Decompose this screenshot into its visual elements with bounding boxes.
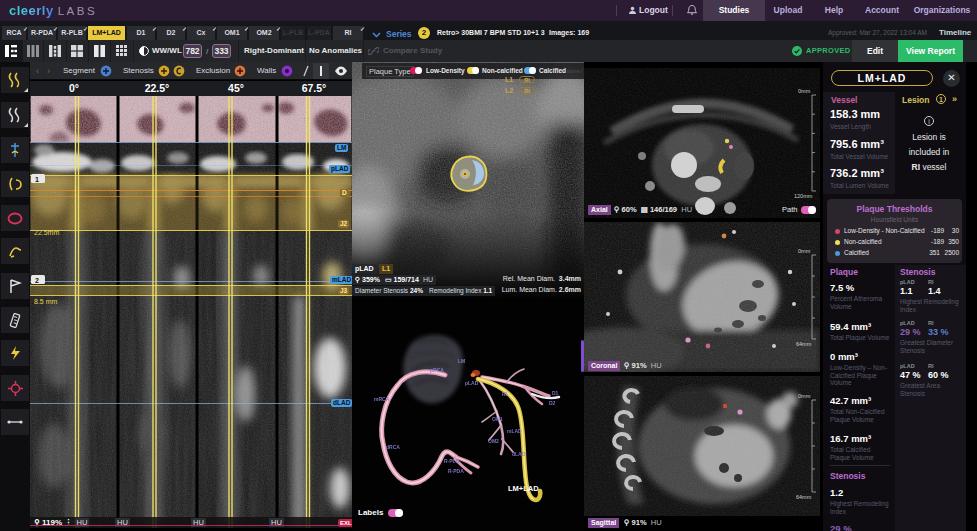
svg-text:OM1: OM1 [492, 416, 503, 422]
svg-text:LM: LM [458, 358, 465, 364]
svg-text:64mm: 64mm [796, 494, 812, 500]
svg-text:dRCA: dRCA [386, 444, 400, 450]
svg-text:pLAD: pLAD [465, 380, 479, 386]
svg-text:mRCA: mRCA [374, 396, 390, 402]
svg-text:mLAD: mLAD [507, 428, 522, 434]
svg-text:8.5 mm: 8.5 mm [34, 298, 58, 305]
svg-text:0mm: 0mm [798, 393, 811, 399]
svg-text:0mm: 0mm [798, 88, 811, 94]
svg-text:120mm: 120mm [794, 193, 813, 199]
svg-text:LM+LAD: LM+LAD [508, 484, 539, 493]
svg-text:OM2: OM2 [488, 438, 499, 444]
svg-text:D1: D1 [552, 390, 559, 396]
svg-text:RI: RI [502, 391, 508, 397]
svg-text:R-PDA: R-PDA [448, 468, 464, 474]
svg-text:64mm: 64mm [796, 341, 812, 347]
svg-text:2: 2 [35, 277, 39, 284]
svg-text:22.5mm: 22.5mm [34, 229, 59, 236]
svg-text:pRCA: pRCA [430, 367, 444, 373]
svg-text:D2: D2 [549, 400, 556, 406]
svg-text:R-PLB: R-PLB [444, 458, 460, 464]
svg-text:dLAD: dLAD [512, 451, 526, 457]
svg-text:0mm: 0mm [798, 248, 811, 254]
svg-text:1: 1 [35, 176, 39, 183]
